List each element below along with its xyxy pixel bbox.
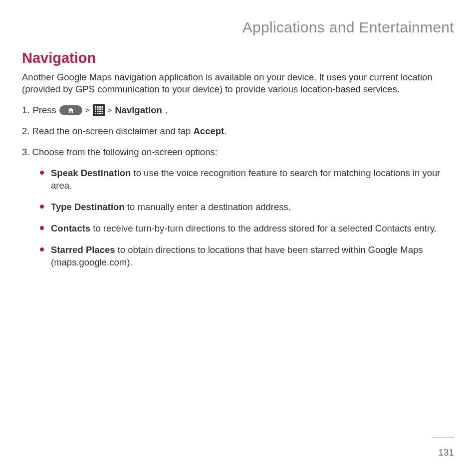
apps-grid-icon [93, 104, 105, 116]
svg-rect-5 [97, 109, 98, 110]
options-list: Speak Destination to use the voice recog… [22, 167, 454, 269]
intro-paragraph: Another Google Maps navigation applicati… [22, 71, 454, 95]
accept-label-bold: Accept [193, 126, 224, 136]
svg-rect-2 [99, 106, 101, 108]
svg-rect-7 [101, 109, 103, 110]
page-title: Navigation [22, 50, 454, 66]
list-item: Starred Places to obtain directions to l… [40, 244, 454, 269]
svg-rect-8 [95, 111, 96, 112]
footer-rule [432, 438, 454, 438]
page-number: 131 [432, 447, 454, 458]
chevron-right-icon: > [108, 105, 112, 115]
option-bold: Type Destination [51, 202, 125, 212]
option-bold: Speak Destination [51, 168, 131, 178]
option-rest: to receive turn-by-turn directions to th… [90, 223, 437, 234]
step-number: 3. [22, 147, 29, 157]
svg-rect-9 [97, 111, 98, 112]
svg-rect-14 [99, 113, 101, 115]
page-footer: 131 [432, 438, 454, 458]
steps-list: 1. Press > > Navigation. 2. [22, 104, 454, 269]
svg-rect-12 [95, 113, 96, 115]
home-icon [59, 105, 82, 115]
svg-rect-13 [97, 113, 98, 115]
option-bold: Starred Places [51, 244, 115, 255]
svg-rect-0 [95, 106, 96, 108]
svg-rect-10 [99, 111, 101, 112]
step-3-text: Choose from the following on-screen opti… [32, 147, 218, 157]
chevron-right-icon: > [85, 105, 90, 115]
svg-rect-4 [95, 109, 96, 110]
section-header: Applications and Entertainment [22, 19, 454, 36]
list-item: Contacts to receive turn-by-turn directi… [40, 223, 454, 235]
step-period: . [165, 104, 168, 116]
svg-rect-15 [101, 113, 103, 115]
step-number: 1. [22, 104, 29, 116]
step-number: 2. [22, 126, 29, 136]
option-rest: to manually enter a destination address. [125, 202, 291, 212]
step-2-post: . [224, 126, 227, 136]
step-press-label: Press [32, 104, 56, 116]
option-bold: Contacts [51, 223, 90, 234]
step-3: 3. Choose from the following on-screen o… [22, 146, 454, 269]
step-2: 2. Read the on-screen disclaimer and tap… [22, 125, 454, 137]
svg-rect-11 [101, 111, 103, 112]
list-item: Type Destination to manually enter a des… [40, 201, 454, 214]
navigation-label-bold: Navigation [115, 104, 162, 116]
svg-rect-1 [97, 106, 98, 108]
list-item: Speak Destination to use the voice recog… [40, 167, 454, 192]
svg-rect-6 [99, 109, 101, 110]
svg-rect-3 [101, 106, 103, 108]
step-1: 1. Press > > Navigation. [22, 104, 454, 116]
step-2-pre: Read the on-screen disclaimer and tap [32, 126, 194, 136]
